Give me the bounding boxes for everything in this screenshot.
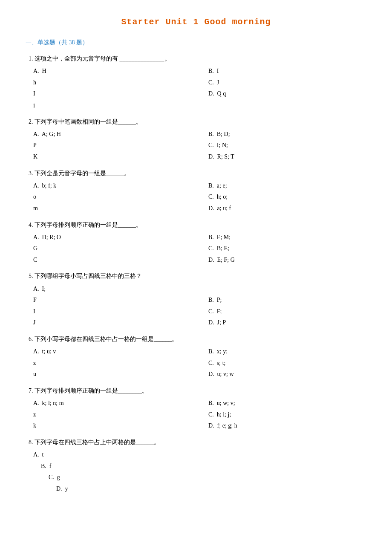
q8-optC: C. g <box>26 472 199 483</box>
q2-optA: A. A; G; H <box>26 129 191 140</box>
q6-u: u <box>26 369 191 380</box>
question-6: 6. 下列小写字母都在四线三格中占一格的一组是______。 A. t; u; … <box>26 334 366 380</box>
q8-optD: D. y <box>26 483 203 495</box>
question-4: 4. 下列字母排列顺序正确的一组是______。 A. D; R; O B. E… <box>26 220 366 266</box>
q1-optA: A. H <box>26 66 191 77</box>
q5-optB: B. P; <box>191 295 366 306</box>
q8-optA: A. t <box>26 449 191 461</box>
q7-z: z <box>26 409 191 421</box>
q1-optC: C. J <box>191 77 366 89</box>
q3-optB: B. a; e; <box>191 180 366 192</box>
q6-optC: C. s; t; <box>191 358 366 369</box>
q1-stem: 1. 选项之中，全部为元音字母的有 _______________。 <box>26 53 366 64</box>
q5-stem: 5. 下列哪组字母小写占四线三格中的三格？ <box>26 271 366 281</box>
q3-m: m <box>26 203 191 214</box>
q5-optC: C. F; <box>191 306 366 318</box>
q2-P: P <box>26 140 191 151</box>
q5-F: F <box>26 295 191 306</box>
q4-G: G <box>26 243 191 254</box>
q7-optB: B. u; w; v; <box>191 398 366 409</box>
q8-empty3 <box>199 472 366 483</box>
q6-optB: B. x; y; <box>191 346 366 358</box>
q3-optD: D. a; u; f <box>191 203 366 214</box>
q6-z: z <box>26 358 191 369</box>
q1-optD: D. Q q <box>191 88 366 100</box>
q5-J: J <box>26 317 191 329</box>
q5-optA: A. I; <box>26 283 191 295</box>
q1-j: j <box>26 100 191 111</box>
q8-optB: B. f <box>26 461 195 472</box>
q8-empty <box>191 449 366 461</box>
q8-stem: 8. 下列字母在四线三格中占上中两格的是______。 <box>26 437 366 448</box>
q4-stem: 4. 下列字母排列顺序正确的一组是______。 <box>26 220 366 230</box>
q7-optA: A. k; l; n; m <box>26 398 191 409</box>
question-1: 1. 选项之中，全部为元音字母的有 _______________。 A. H … <box>26 53 366 111</box>
q4-optC: C. B; E; <box>191 243 366 254</box>
question-5: 5. 下列哪组字母小写占四线三格中的三格？ A. I; F B. P; I C.… <box>26 271 366 329</box>
question-7: 7. 下列字母排列顺序正确的一组是________。 A. k; l; n; m… <box>26 385 366 432</box>
q2-optB: B. B; D; <box>191 129 366 140</box>
q4-optA: A. D; R; O <box>26 232 191 243</box>
q3-optC: C. h; o; <box>191 191 366 203</box>
q7-optC: C. h; i; j; <box>191 409 366 421</box>
q3-o: o <box>26 191 191 203</box>
q6-optD: D. u; v; w <box>191 369 366 380</box>
q4-optB: B. E; M; <box>191 232 366 243</box>
q5-optD: D. J; P <box>191 317 366 329</box>
page-title: Starter Unit 1 Good morning <box>26 17 366 27</box>
q5-empty1 <box>191 283 366 295</box>
q7-optD: D. f; e; g; h <box>191 420 366 432</box>
q6-optA: A. t; u; v <box>26 346 191 358</box>
q3-stem: 3. 下列全是元音字母的一组是______。 <box>26 168 366 179</box>
q2-optC: C. I; N; <box>191 140 366 151</box>
q7-k: k <box>26 420 191 432</box>
q2-stem: 2. 下列字母中笔画数相同的一组是______。 <box>26 116 366 127</box>
q1-empty <box>191 100 366 111</box>
q1-optB: B. I <box>191 66 366 77</box>
question-3: 3. 下列全是元音字母的一组是______。 A. b; f; k B. a; … <box>26 168 366 214</box>
q4-optD: D. E; F; G <box>191 254 366 266</box>
q8-empty4 <box>203 483 366 495</box>
q5-I: I <box>26 306 191 318</box>
q2-K: K <box>26 151 191 163</box>
q4-C: C <box>26 254 191 266</box>
section-header: 一、单选题（共 38 题） <box>26 39 366 46</box>
q2-optD: D. R; S; T <box>191 151 366 163</box>
q8-empty2 <box>195 461 366 472</box>
q1-h: h <box>26 77 191 89</box>
question-2: 2. 下列字母中笔画数相同的一组是______。 A. A; G; H B. B… <box>26 116 366 163</box>
q1-I: I <box>26 88 191 100</box>
question-8: 8. 下列字母在四线三格中占上中两格的是______。 A. t B. f C.… <box>26 437 366 495</box>
q6-stem: 6. 下列小写字母都在四线三格中占一格的一组是______。 <box>26 334 366 344</box>
q7-stem: 7. 下列字母排列顺序正确的一组是________。 <box>26 385 366 396</box>
q3-optA: A. b; f; k <box>26 180 191 192</box>
